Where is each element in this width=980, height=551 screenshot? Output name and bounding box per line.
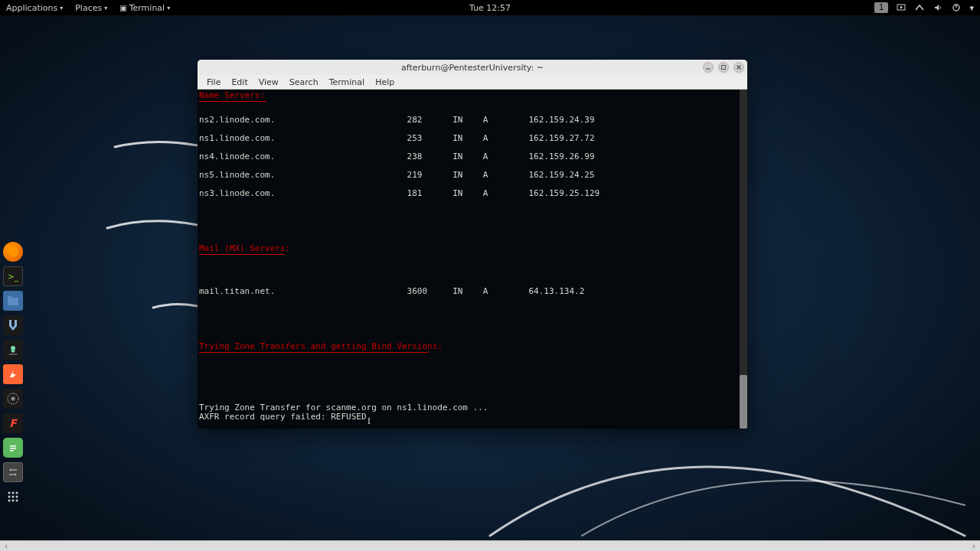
armitage-launcher[interactable] bbox=[3, 340, 23, 360]
applications-label: Applications bbox=[6, 3, 57, 13]
maximize-button[interactable] bbox=[718, 62, 729, 73]
svg-point-28 bbox=[16, 500, 18, 502]
svg-rect-15 bbox=[10, 450, 14, 452]
terminal-output[interactable]: Name Servers: ns2.linode.com. 282 IN A 1… bbox=[198, 90, 747, 429]
leafpad-launcher[interactable] bbox=[3, 438, 23, 458]
top-panel: Applications ▾ Places ▾ ▣ Terminal ▾ Tue… bbox=[0, 0, 980, 15]
svg-rect-13 bbox=[10, 445, 16, 447]
text-caret-icon: I bbox=[368, 416, 371, 425]
tweaks-launcher[interactable] bbox=[3, 462, 23, 482]
clock[interactable]: Tue 12:57 bbox=[469, 3, 511, 13]
svg-rect-8 bbox=[9, 354, 17, 355]
chevron-down-icon: ▾ bbox=[104, 5, 107, 11]
zenmap-launcher[interactable] bbox=[3, 389, 23, 409]
applications-menu[interactable]: Applications ▾ bbox=[6, 3, 63, 13]
section-header-nameservers: Name Servers: bbox=[199, 90, 265, 100]
terminal-launcher[interactable]: >_ bbox=[3, 266, 23, 286]
ns-record: ns5.linode.com. 219 IN A 162.159.24.25 bbox=[199, 171, 747, 180]
ns-record: ns4.linode.com. 238 IN A 162.159.26.99 bbox=[199, 152, 747, 161]
network-icon[interactable] bbox=[914, 2, 925, 13]
svg-rect-6 bbox=[8, 296, 12, 298]
zone-transfer-output: Trying Zone Transfer for scanme.org on n… bbox=[199, 403, 747, 429]
dock: >_ F bbox=[3, 242, 26, 507]
chevron-down-icon: ▾ bbox=[167, 5, 170, 11]
svg-point-21 bbox=[12, 492, 15, 494]
svg-rect-14 bbox=[10, 448, 16, 449]
ns-record: ns3.linode.com. 181 IN A 162.159.25.129 bbox=[199, 189, 747, 198]
power-icon[interactable] bbox=[951, 2, 962, 13]
section-header-zone: Trying Zone Transfers and getting Bind V… bbox=[199, 341, 443, 351]
terminal-scrollbar[interactable] bbox=[740, 90, 747, 429]
menu-search[interactable]: Search bbox=[285, 77, 323, 87]
chevron-down-icon: ▾ bbox=[60, 5, 63, 11]
svg-point-25 bbox=[16, 496, 18, 498]
ns-record: ns1.linode.com. 253 IN A 162.159.27.72 bbox=[199, 134, 747, 143]
minimize-button[interactable] bbox=[703, 62, 714, 73]
workspace-indicator[interactable]: 1 bbox=[874, 2, 888, 13]
section-underline bbox=[199, 254, 285, 255]
show-apps[interactable] bbox=[3, 487, 23, 507]
scroll-right-button[interactable]: › bbox=[968, 542, 980, 550]
menu-help[interactable]: Help bbox=[371, 77, 399, 87]
places-menu[interactable]: Places ▾ bbox=[75, 3, 107, 13]
svg-rect-17 bbox=[12, 469, 17, 471]
faraday-launcher[interactable]: F bbox=[3, 413, 23, 433]
metasploit-launcher[interactable] bbox=[3, 315, 23, 335]
screencast-icon[interactable] bbox=[896, 2, 906, 13]
terminal-window: afterburn@PentesterUniversity: ~ File Ed… bbox=[198, 60, 747, 429]
terminal-menubar: File Edit View Search Terminal Help bbox=[198, 75, 747, 90]
svg-point-1 bbox=[900, 6, 903, 8]
section-underline bbox=[199, 101, 266, 102]
section-header-mx: Mail (MX) Servers: bbox=[199, 243, 290, 253]
mx-record: mail.titan.net. 3600 IN A 64.13.134.2 bbox=[199, 287, 747, 296]
window-titlebar[interactable]: afterburn@PentesterUniversity: ~ bbox=[198, 60, 747, 75]
svg-point-12 bbox=[12, 398, 14, 399]
volume-icon[interactable] bbox=[933, 2, 943, 13]
svg-point-24 bbox=[12, 496, 15, 498]
close-button[interactable] bbox=[733, 62, 744, 73]
menu-view[interactable]: View bbox=[254, 77, 283, 87]
svg-point-27 bbox=[12, 500, 15, 502]
svg-point-26 bbox=[8, 500, 11, 502]
svg-rect-30 bbox=[722, 66, 726, 70]
svg-point-23 bbox=[8, 496, 11, 498]
svg-point-22 bbox=[16, 492, 18, 494]
terminal-icon: ▣ bbox=[119, 4, 126, 12]
scroll-left-button[interactable]: ‹ bbox=[0, 542, 12, 550]
svg-point-7 bbox=[11, 346, 15, 350]
active-app-label: Terminal bbox=[129, 3, 165, 13]
firefox-launcher[interactable] bbox=[3, 242, 23, 262]
window-title: afterburn@PentesterUniversity: ~ bbox=[401, 63, 544, 73]
places-label: Places bbox=[75, 3, 102, 13]
svg-rect-5 bbox=[8, 298, 18, 305]
svg-point-16 bbox=[10, 469, 12, 471]
svg-point-18 bbox=[15, 474, 17, 476]
files-launcher[interactable] bbox=[3, 291, 23, 311]
menu-terminal[interactable]: Terminal bbox=[325, 77, 370, 87]
ns-record: ns2.linode.com. 282 IN A 162.159.24.39 bbox=[199, 116, 747, 125]
scrollbar-thumb[interactable] bbox=[740, 375, 747, 429]
bottom-panel: ‹ › bbox=[0, 540, 980, 551]
svg-rect-19 bbox=[9, 474, 14, 475]
section-underline bbox=[199, 352, 429, 353]
active-app-menu[interactable]: ▣ Terminal ▾ bbox=[119, 3, 170, 13]
chevron-down-icon[interactable]: ▾ bbox=[969, 3, 974, 13]
menu-edit[interactable]: Edit bbox=[227, 77, 252, 87]
burpsuite-launcher[interactable] bbox=[3, 364, 23, 384]
menu-file[interactable]: File bbox=[202, 77, 225, 87]
svg-point-20 bbox=[8, 492, 11, 494]
